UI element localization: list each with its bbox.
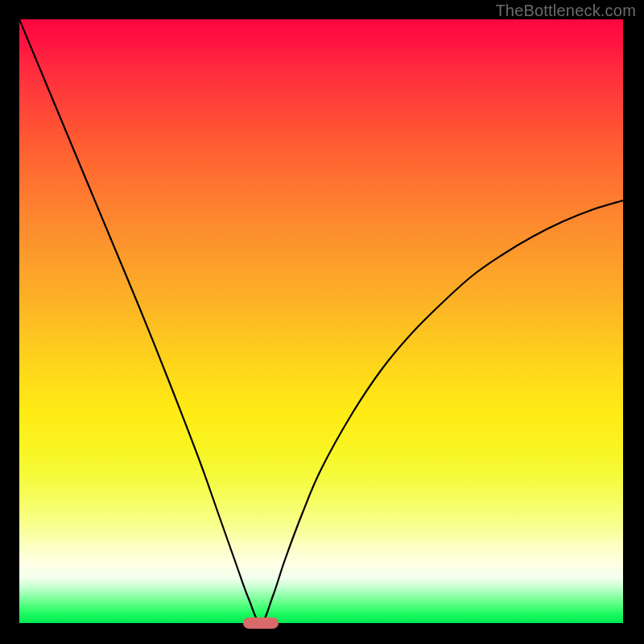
plot-area: [19, 19, 623, 623]
bottleneck-curve: [19, 19, 623, 623]
watermark-text: TheBottleneck.com: [495, 2, 636, 20]
bottleneck-marker: [243, 617, 279, 629]
